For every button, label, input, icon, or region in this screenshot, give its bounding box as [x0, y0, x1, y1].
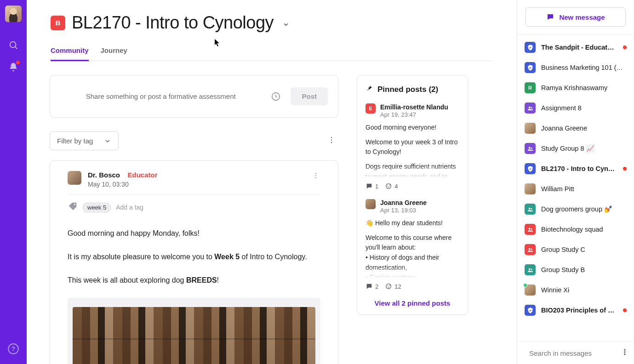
search-icon[interactable]	[8, 40, 19, 51]
svg-point-14	[389, 185, 390, 186]
pinned-author-avatar	[366, 199, 376, 209]
notification-badge	[16, 61, 20, 64]
page-header: B BL2170 - Intro to Cynology Community J…	[27, 0, 517, 61]
conversation-label: Dog groomers group 💅	[541, 205, 627, 213]
chat-search-input[interactable]	[529, 349, 617, 357]
conversation-item[interactable]: Dog groomers group 💅	[517, 199, 634, 219]
svg-point-28	[528, 268, 530, 270]
view-all-pinned-link[interactable]: View all 2 pinned posts	[366, 299, 459, 307]
help-icon[interactable]: ?	[7, 343, 19, 355]
pinned-post-body: Good morning everyone! Welcome to your w…	[366, 123, 459, 178]
conversation-list: The Sandpit - EducatorsBusiness Marketin…	[517, 34, 634, 341]
shield-icon	[525, 42, 536, 53]
unread-indicator	[623, 167, 627, 171]
svg-point-25	[531, 228, 532, 229]
post-author-avatar[interactable]	[68, 171, 81, 185]
conversation-item[interactable]: RRamya Krishnaswamy	[517, 78, 634, 98]
svg-point-17	[389, 285, 390, 286]
chat-icon	[546, 13, 554, 21]
conversation-item[interactable]: Group Study C	[517, 239, 634, 260]
pinned-comments-button[interactable]: 1	[366, 182, 378, 190]
svg-point-33	[624, 352, 625, 353]
conversation-item[interactable]: Business Marketing 101 (Aul…	[517, 57, 634, 78]
tab-community[interactable]: Community	[51, 43, 89, 61]
conversation-item[interactable]: William Pitt	[517, 179, 634, 199]
tab-journey[interactable]: Journey	[101, 43, 127, 61]
avatar: R	[525, 82, 536, 93]
add-tag-button[interactable]: Add a tag	[116, 204, 143, 211]
conversation-item[interactable]: Biotechnology squad	[517, 219, 634, 239]
post-composer: Share something or post a formative asse…	[50, 75, 338, 118]
conversation-item[interactable]: Assignment 8	[517, 98, 634, 118]
new-message-button[interactable]: New message	[525, 7, 626, 27]
svg-point-27	[531, 248, 532, 250]
pinned-posts-panel: Pinned posts (2) E Emillia-rosette Nland…	[357, 75, 468, 315]
post-body: Good morning and happy Monday, folks! It…	[68, 227, 320, 364]
svg-point-21	[531, 147, 532, 148]
post-paragraph: Good morning and happy Monday, folks!	[68, 227, 320, 239]
conversation-label: BL2170 - Intro to Cynolo…	[541, 165, 617, 172]
pinned-author-name: Joanna Greene	[380, 199, 427, 206]
svg-point-24	[528, 228, 530, 229]
notifications-icon[interactable]	[8, 62, 19, 73]
svg-point-18	[528, 106, 530, 108]
group-icon	[525, 244, 536, 255]
svg-point-10	[315, 177, 316, 178]
svg-point-0	[10, 42, 16, 48]
conversation-label: Biotechnology squad	[541, 226, 627, 233]
pinned-title: Pinned posts (2)	[377, 85, 438, 94]
composer-input[interactable]: Share something or post a formative asse…	[60, 92, 261, 100]
post-timestamp: May 10, 03:30	[88, 181, 305, 188]
feed-column: Share something or post a formative asse…	[50, 75, 338, 364]
post-author-role: Educator	[127, 171, 157, 179]
post-image[interactable]	[73, 307, 315, 364]
page-title-text: BL2170 - Intro to Cynology	[72, 13, 274, 32]
user-avatar[interactable]	[5, 6, 22, 22]
post-more-menu[interactable]	[311, 171, 320, 182]
post-paragraph: This week is all about exploring dog BRE…	[68, 274, 320, 286]
conversation-label: Winnie Xi	[541, 286, 627, 294]
conversation-item[interactable]: Study Group 8 📈	[517, 138, 634, 159]
avatar	[525, 284, 536, 296]
course-badge: B	[51, 16, 65, 30]
course-menu-toggle[interactable]	[282, 20, 290, 28]
filter-by-tag-button[interactable]: Filter by tag	[50, 131, 119, 150]
pinned-reactions-button[interactable]: 12	[385, 283, 401, 290]
shield-icon	[525, 305, 536, 316]
pinned-post[interactable]: Joanna Greene Apr 13, 19:03 👋 Hello my d…	[366, 199, 459, 290]
svg-point-23	[531, 208, 532, 209]
tabs: Community Journey	[51, 43, 493, 61]
svg-point-29	[531, 268, 532, 270]
conversation-label: Study Group 8 📈	[541, 145, 627, 153]
pinned-timestamp: Apr 13, 19:03	[380, 207, 427, 214]
conversation-item[interactable]: Joanna Greene	[517, 118, 634, 138]
conversation-item[interactable]: BIO203 Principles of Pha…	[517, 300, 634, 320]
conversation-item[interactable]: The Sandpit - Educators	[517, 37, 634, 57]
svg-point-34	[624, 354, 625, 355]
conversation-item[interactable]: Group Study B	[517, 260, 634, 280]
svg-point-13	[388, 185, 388, 186]
chat-search-more-menu[interactable]	[621, 348, 628, 358]
svg-point-6	[331, 139, 332, 141]
presence-indicator	[523, 283, 527, 287]
svg-point-11	[74, 204, 75, 205]
pinned-comments-button[interactable]: 2	[366, 283, 378, 290]
content-scroll: Share something or post a formative asse…	[27, 61, 517, 364]
svg-text:?: ?	[11, 345, 16, 353]
unread-indicator	[623, 308, 627, 312]
post-image-container	[68, 298, 320, 364]
svg-point-16	[388, 285, 388, 286]
schedule-icon[interactable]	[268, 89, 283, 104]
svg-line-1	[15, 47, 17, 49]
group-icon	[525, 143, 536, 154]
post-author-name[interactable]: Dr. Bosco	[88, 171, 120, 179]
conversation-item[interactable]: BL2170 - Intro to Cynolo…	[517, 159, 634, 179]
chat-search-bar	[517, 341, 634, 364]
pinned-reactions-button[interactable]: 4	[385, 182, 398, 190]
conversation-item[interactable]: Winnie Xi	[517, 280, 634, 300]
post-button[interactable]: Post	[291, 87, 328, 105]
tag-chip[interactable]: week 5	[82, 202, 111, 213]
feed-more-menu[interactable]	[325, 133, 338, 149]
pinned-post[interactable]: E Emillia-rosette Nlandu Apr 19, 23:47 G…	[366, 103, 459, 190]
svg-point-19	[531, 107, 532, 108]
